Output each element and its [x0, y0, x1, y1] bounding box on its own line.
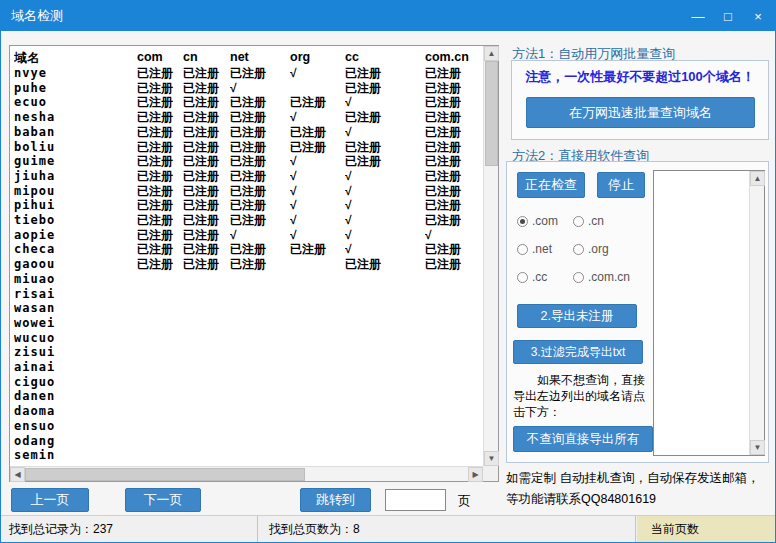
- column-header-cn[interactable]: cn: [183, 49, 230, 66]
- table-row[interactable]: ensuo: [14, 419, 484, 434]
- table-horizontal-scrollbar[interactable]: ◀ ▶: [10, 466, 483, 481]
- vertical-scroll-thumb[interactable]: [485, 61, 498, 166]
- tld-radio-cc[interactable]: .cc: [517, 270, 573, 284]
- status-cell: 已注册: [345, 257, 425, 272]
- result-listbox[interactable]: ▲ ▼: [653, 170, 765, 456]
- table-row[interactable]: guime已注册已注册已注册√已注册已注册: [14, 154, 484, 169]
- column-header-域名[interactable]: 域名: [14, 49, 137, 66]
- scroll-right-icon[interactable]: ▶: [468, 467, 483, 482]
- status-cell: 已注册: [290, 242, 345, 257]
- table-row[interactable]: checa已注册已注册已注册已注册√已注册: [14, 242, 484, 257]
- table-row[interactable]: zisui: [14, 345, 484, 360]
- status-cell: 已注册: [290, 125, 345, 140]
- table-row[interactable]: puhe已注册已注册√已注册已注册: [14, 81, 484, 96]
- page-number-input[interactable]: [385, 489, 446, 511]
- table-row[interactable]: odang: [14, 434, 484, 449]
- status-cell: 已注册: [425, 140, 484, 155]
- status-cell: 已注册: [183, 81, 230, 96]
- current-page-pane: 当前页数: [637, 516, 776, 542]
- batch-query-button[interactable]: 在万网迅速批量查询域名: [526, 97, 755, 128]
- tld-radio-comcn[interactable]: .com.cn: [573, 270, 647, 284]
- table-row[interactable]: pihui已注册已注册已注册√√已注册: [14, 198, 484, 213]
- table-row[interactable]: semin: [14, 448, 484, 463]
- maximize-button[interactable]: □: [713, 1, 743, 31]
- table-row[interactable]: miuao: [14, 272, 484, 287]
- table-row[interactable]: danen: [14, 389, 484, 404]
- checking-button[interactable]: 正在检查: [517, 172, 585, 198]
- table-vertical-scrollbar[interactable]: ▲ ▼: [483, 46, 498, 466]
- table-row[interactable]: aopie已注册已注册√√√√: [14, 228, 484, 243]
- scroll-up-icon[interactable]: ▲: [484, 46, 499, 61]
- status-cell: [137, 287, 183, 302]
- status-cell: 已注册: [425, 213, 484, 228]
- status-cell: 已注册: [230, 242, 290, 257]
- tld-radio-com[interactable]: .com: [517, 214, 573, 228]
- table-row[interactable]: wasan: [14, 301, 484, 316]
- table-row[interactable]: ecuo已注册已注册已注册已注册√已注册: [14, 95, 484, 110]
- status-cell: [345, 434, 425, 449]
- method1-groupbox: 注意，一次性最好不要超过100个域名！ 在万网迅速批量查询域名: [511, 60, 769, 140]
- status-cell: √: [230, 81, 290, 96]
- status-cell: √: [345, 242, 425, 257]
- table-row[interactable]: wowei: [14, 316, 484, 331]
- status-cell: [290, 345, 345, 360]
- filter-export-button[interactable]: 3.过滤完成导出txt: [513, 340, 643, 364]
- status-cell: [345, 272, 425, 287]
- status-cell: [230, 287, 290, 302]
- table-row[interactable]: ciguo: [14, 375, 484, 390]
- status-cell: 已注册: [183, 125, 230, 140]
- minimize-button[interactable]: —: [683, 1, 713, 31]
- tld-radio-cn[interactable]: .cn: [573, 214, 647, 228]
- column-header-cc[interactable]: cc: [345, 49, 425, 66]
- status-cell: [137, 448, 183, 463]
- total-records-text: 找到总记录为：237: [9, 521, 113, 538]
- status-cell: [183, 389, 230, 404]
- prev-page-button[interactable]: 上一页: [11, 488, 89, 512]
- export-unregistered-button[interactable]: 2.导出未注册: [517, 304, 637, 328]
- listbox-scroll-down-icon[interactable]: ▼: [750, 440, 765, 455]
- table-row[interactable]: jiuha已注册已注册已注册√√已注册: [14, 169, 484, 184]
- window-title: 域名检测: [11, 7, 63, 25]
- table-row[interactable]: ainai: [14, 360, 484, 375]
- domain-cell: danen: [14, 389, 137, 404]
- table-row[interactable]: nvye已注册已注册已注册√已注册已注册: [14, 66, 484, 81]
- close-button[interactable]: ×: [743, 1, 773, 31]
- scroll-down-icon[interactable]: ▼: [484, 451, 499, 466]
- total-pages-text: 找到总页数为：8: [269, 521, 360, 538]
- status-cell: [230, 331, 290, 346]
- table-row[interactable]: daoma: [14, 404, 484, 419]
- export-all-button[interactable]: 不查询直接导出所有: [513, 426, 653, 452]
- table-row[interactable]: mipou已注册已注册已注册√√已注册: [14, 184, 484, 199]
- domain-cell: odang: [14, 434, 137, 449]
- domain-cell: puhe: [14, 81, 137, 96]
- table-row[interactable]: risai: [14, 287, 484, 302]
- next-page-button[interactable]: 下一页: [125, 488, 201, 512]
- table-row[interactable]: nesha已注册已注册已注册√已注册已注册: [14, 110, 484, 125]
- column-header-org[interactable]: org: [290, 49, 345, 66]
- column-header-net[interactable]: net: [230, 49, 290, 66]
- scroll-left-icon[interactable]: ◀: [10, 467, 25, 482]
- status-cell: √: [345, 228, 425, 243]
- tld-radio-org[interactable]: .org: [573, 242, 647, 256]
- current-page-text: 当前页数: [651, 521, 699, 538]
- table-row[interactable]: boliu已注册已注册已注册已注册已注册已注册: [14, 140, 484, 155]
- table-row[interactable]: wucuo: [14, 331, 484, 346]
- table-row[interactable]: baban已注册已注册已注册已注册√已注册: [14, 125, 484, 140]
- tld-radio-net[interactable]: .net: [517, 242, 573, 256]
- jump-to-page-button[interactable]: 跳转到: [300, 488, 371, 512]
- status-cell: 已注册: [183, 169, 230, 184]
- table-row[interactable]: tiebo已注册已注册已注册√√已注册: [14, 213, 484, 228]
- listbox-scrollbar[interactable]: ▲ ▼: [749, 171, 764, 455]
- stop-button[interactable]: 停止: [597, 172, 645, 198]
- table-row[interactable]: gaoou已注册已注册已注册已注册已注册: [14, 257, 484, 272]
- status-cell: 已注册: [137, 184, 183, 199]
- column-header-com[interactable]: com: [137, 49, 183, 66]
- status-cell: [345, 419, 425, 434]
- status-cell: 已注册: [290, 95, 345, 110]
- status-cell: [230, 404, 290, 419]
- horizontal-scroll-thumb[interactable]: [25, 468, 305, 481]
- column-header-com-cn[interactable]: com.cn: [425, 49, 484, 66]
- status-cell: [345, 389, 425, 404]
- listbox-scroll-up-icon[interactable]: ▲: [750, 171, 765, 186]
- status-cell: √: [345, 184, 425, 199]
